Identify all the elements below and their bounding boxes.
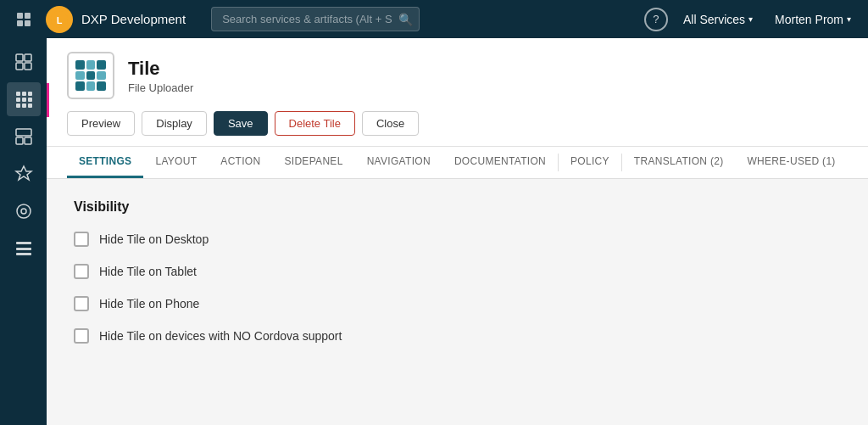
svg-rect-25 (16, 248, 31, 250)
search-input[interactable] (211, 7, 419, 31)
checkbox-cordova-label: Hide Tile on devices with NO Cordova sup… (99, 329, 342, 343)
tile-header: Tile File Uploader (67, 52, 848, 99)
svg-rect-17 (22, 103, 26, 108)
tile-icon-cell (97, 71, 106, 81)
delete-tile-button[interactable]: Delete Tile (275, 111, 355, 136)
all-services-menu[interactable]: All Services ▾ (676, 9, 760, 30)
search-icon: 🔍 (398, 13, 413, 26)
svg-rect-11 (22, 92, 26, 96)
tile-icon-cell (86, 81, 96, 91)
tile-icon-cell (75, 71, 85, 81)
checkbox-desktop-label: Hide Tile on Desktop (99, 232, 209, 246)
content-area: Tile File Uploader Preview Display Save … (47, 38, 868, 425)
action-buttons: Preview Display Save Delete Tile Close (67, 111, 848, 136)
svg-rect-13 (16, 98, 20, 102)
settings-panel: Visibility Hide Tile on Desktop Hide Til… (47, 179, 868, 425)
checkbox-phone-label: Hide Tile on Phone (99, 297, 199, 310)
user-chevron-icon: ▾ (847, 14, 851, 24)
tab-action[interactable]: ACTION (209, 147, 272, 178)
svg-rect-9 (25, 63, 31, 70)
sidebar-item-settings[interactable] (7, 194, 41, 228)
checkbox-tablet[interactable] (74, 264, 89, 279)
svg-rect-8 (16, 63, 23, 70)
svg-point-23 (17, 204, 31, 218)
checkbox-tablet-label: Hide Tile on Tablet (99, 265, 197, 278)
checkbox-cordova[interactable] (74, 328, 89, 344)
svg-rect-7 (25, 54, 31, 61)
checkbox-tablet-row: Hide Tile on Tablet (74, 264, 841, 279)
visibility-title: Visibility (74, 199, 841, 215)
sidebar-item-layout[interactable] (7, 120, 41, 154)
svg-point-22 (21, 209, 26, 214)
svg-rect-0 (17, 13, 23, 19)
display-button[interactable]: Display (142, 111, 207, 136)
tabs-bar: SETTINGS LAYOUT ACTION SIDEPANEL NAVIGAT… (47, 147, 868, 179)
sidebar-item-tiles[interactable] (7, 82, 41, 116)
help-button[interactable]: ? (644, 8, 668, 31)
svg-text:L: L (57, 15, 63, 25)
navbar: L DXP Development 🔍 ? All Services ▾ Mor… (0, 0, 868, 38)
close-button[interactable]: Close (362, 111, 419, 136)
svg-rect-10 (16, 92, 20, 96)
tab-documentation[interactable]: DOCUMENTATION (442, 147, 558, 178)
svg-rect-14 (22, 98, 26, 102)
tab-settings[interactable]: SETTINGS (67, 147, 143, 178)
svg-rect-20 (16, 137, 23, 144)
tile-icon-cell (75, 60, 85, 70)
svg-rect-24 (16, 242, 31, 244)
tab-sidepanel[interactable]: SIDEPANEL (272, 147, 354, 178)
search-bar[interactable]: 🔍 (211, 7, 419, 31)
tab-where-used[interactable]: WHERE-USED (1) (735, 147, 847, 178)
tile-icon-cell (97, 81, 106, 91)
tile-icon-cell (86, 71, 96, 81)
tile-info: Tile File Uploader (128, 58, 193, 94)
tab-translation[interactable]: TRANSLATION (2) (622, 147, 736, 178)
save-button[interactable]: Save (214, 111, 268, 136)
svg-rect-26 (16, 253, 31, 255)
all-services-label: All Services (683, 13, 745, 26)
checkbox-phone[interactable] (74, 296, 89, 311)
svg-rect-16 (16, 103, 20, 108)
svg-rect-6 (16, 54, 23, 61)
logo-icon: L (46, 6, 73, 33)
svg-rect-2 (17, 20, 23, 26)
svg-rect-3 (25, 20, 31, 26)
tile-icon-cell (86, 60, 96, 70)
sidebar-item-widget[interactable] (7, 157, 41, 191)
sidebar-item-list[interactable] (7, 232, 41, 266)
grid-menu-icon[interactable] (10, 6, 37, 33)
sidebar (0, 38, 47, 425)
tile-subtitle: File Uploader (128, 81, 193, 94)
services-chevron-icon: ▾ (748, 14, 753, 24)
svg-rect-19 (16, 129, 31, 136)
active-indicator (47, 83, 49, 117)
main-layout: Tile File Uploader Preview Display Save … (0, 38, 868, 425)
checkbox-desktop[interactable] (74, 232, 89, 247)
checkbox-cordova-row: Hide Tile on devices with NO Cordova sup… (74, 328, 841, 344)
tab-layout[interactable]: LAYOUT (143, 147, 209, 178)
app-title: DXP Development (81, 12, 186, 26)
svg-rect-21 (25, 137, 31, 144)
checkbox-desktop-row: Hide Tile on Desktop (74, 232, 841, 247)
tile-title: Tile (128, 58, 193, 80)
sidebar-item-grid[interactable] (7, 45, 41, 79)
svg-rect-18 (28, 103, 32, 108)
preview-button[interactable]: Preview (67, 111, 135, 136)
tab-navigation[interactable]: NAVIGATION (355, 147, 442, 178)
svg-rect-12 (28, 92, 32, 96)
checkbox-phone-row: Hide Tile on Phone (74, 296, 841, 311)
page-header: Tile File Uploader Preview Display Save … (47, 38, 868, 147)
tile-icon-cell (97, 60, 106, 70)
tile-icon-cell (75, 81, 85, 91)
tile-icon (67, 52, 114, 99)
svg-rect-15 (28, 98, 32, 102)
user-name-label: Morten Prom (775, 13, 843, 26)
user-menu[interactable]: Morten Prom ▾ (768, 9, 858, 30)
svg-rect-1 (25, 13, 31, 19)
tab-policy[interactable]: POLICY (559, 147, 621, 178)
